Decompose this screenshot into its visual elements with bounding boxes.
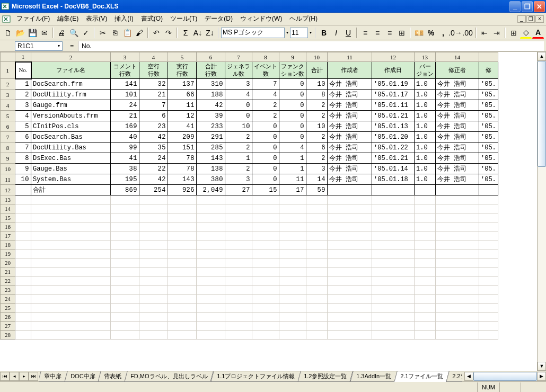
cell[interactable]: 78 xyxy=(168,153,197,164)
cell[interactable] xyxy=(436,304,479,313)
col-header[interactable]: 11 xyxy=(328,52,372,62)
sort-desc-button[interactable]: Z↓ xyxy=(204,27,216,39)
menu-item[interactable]: 挿入(I) xyxy=(111,13,137,24)
cell[interactable]: 2 xyxy=(15,90,31,100)
cell[interactable] xyxy=(197,213,225,222)
sheet-tab[interactable]: DOC中扉 xyxy=(64,371,101,382)
cell[interactable]: 35 xyxy=(139,142,168,153)
cell[interactable] xyxy=(31,313,111,322)
cell[interactable] xyxy=(328,250,372,259)
cell[interactable] xyxy=(436,259,479,268)
col-header[interactable]: 9 xyxy=(279,52,306,62)
cell[interactable] xyxy=(168,231,197,240)
cell[interactable]: 254 xyxy=(139,185,168,195)
row-header[interactable]: 5 xyxy=(1,111,15,121)
cell[interactable] xyxy=(252,313,279,322)
cell[interactable] xyxy=(111,313,139,322)
cell[interactable] xyxy=(372,322,415,331)
merge-button[interactable]: ⊞ xyxy=(396,27,408,39)
cell[interactable] xyxy=(328,213,372,222)
cell[interactable]: 233 xyxy=(197,121,225,132)
cell[interactable] xyxy=(479,250,498,259)
cell[interactable]: 1.0 xyxy=(415,142,436,153)
cell[interactable] xyxy=(306,313,328,322)
cell[interactable] xyxy=(279,259,306,268)
cell[interactable]: DocSearch.Bas xyxy=(31,132,111,142)
cell[interactable] xyxy=(306,277,328,286)
row-header[interactable]: 21 xyxy=(1,268,15,277)
cell[interactable] xyxy=(15,295,31,304)
cell[interactable]: 4 xyxy=(225,90,252,100)
chevron-down-icon[interactable]: ▾ xyxy=(58,43,60,48)
cell[interactable] xyxy=(168,286,197,295)
cell[interactable]: 17 xyxy=(279,185,306,195)
cell[interactable]: '05.01.14 xyxy=(372,164,415,174)
cell[interactable] xyxy=(372,277,415,286)
header-cell[interactable]: コメント行数 xyxy=(111,62,139,79)
scroll-down-button[interactable]: ▼ xyxy=(538,362,546,371)
tab-last-button[interactable]: ⏭ xyxy=(29,372,38,381)
row-header[interactable]: 20 xyxy=(1,259,15,268)
cell[interactable] xyxy=(139,277,168,286)
scroll-left-button[interactable]: ◀ xyxy=(464,372,473,381)
bold-button[interactable]: B xyxy=(318,27,330,39)
paste-button[interactable]: 📋 xyxy=(121,27,133,39)
comma-button[interactable]: , xyxy=(437,27,449,39)
cell[interactable] xyxy=(279,195,306,204)
cell[interactable] xyxy=(479,240,498,250)
cell[interactable]: 6 xyxy=(139,111,168,121)
cell[interactable]: 151 xyxy=(168,142,197,153)
cell[interactable]: 今井 浩司 xyxy=(436,79,479,90)
sheet-tab[interactable]: 1.1プロジェクトファイル情報 xyxy=(210,371,301,382)
cell[interactable] xyxy=(168,204,197,213)
col-header[interactable]: 3 xyxy=(111,52,139,62)
cell[interactable] xyxy=(15,313,31,322)
scrollbar-horizontal[interactable]: ◀ ▶ xyxy=(464,372,546,381)
cell[interactable]: 0 xyxy=(252,132,279,142)
cell[interactable]: '05. xyxy=(479,79,498,90)
currency-button[interactable]: 💴 xyxy=(413,27,425,39)
cell[interactable]: '05. xyxy=(479,153,498,164)
cell[interactable] xyxy=(111,304,139,313)
cell[interactable]: 1 xyxy=(15,79,31,90)
cell[interactable] xyxy=(372,313,415,322)
sheet-tab[interactable]: 章中扉 xyxy=(39,371,68,382)
indent-dec-button[interactable]: ⇤ xyxy=(479,27,490,39)
cell[interactable] xyxy=(15,331,31,340)
cell[interactable]: 869 xyxy=(111,185,139,195)
menu-item[interactable]: ヘルプ(H) xyxy=(286,13,321,24)
cell[interactable] xyxy=(225,295,252,304)
cell[interactable]: 2 xyxy=(252,100,279,111)
cell[interactable]: 今井 浩司 xyxy=(328,153,372,164)
cell[interactable]: 38 xyxy=(111,164,139,174)
cell[interactable] xyxy=(328,259,372,268)
cell[interactable]: 10 xyxy=(15,174,31,185)
cell[interactable] xyxy=(306,286,328,295)
cell[interactable]: 1.0 xyxy=(415,174,436,185)
cell[interactable]: 2 xyxy=(225,132,252,142)
cell[interactable] xyxy=(111,195,139,204)
cell[interactable] xyxy=(415,250,436,259)
cell[interactable]: '05. xyxy=(479,100,498,111)
cell[interactable]: '05.01.21 xyxy=(372,111,415,121)
cell[interactable]: 27 xyxy=(225,185,252,195)
cell[interactable] xyxy=(415,231,436,240)
cell[interactable] xyxy=(328,204,372,213)
cell[interactable]: '05.01.11 xyxy=(372,100,415,111)
cell[interactable]: 4 xyxy=(279,142,306,153)
cell[interactable] xyxy=(252,231,279,240)
cell[interactable] xyxy=(252,195,279,204)
col-header[interactable]: 12 xyxy=(372,52,415,62)
cell[interactable] xyxy=(279,304,306,313)
header-cell[interactable]: 修 xyxy=(479,62,498,79)
cell[interactable]: 0 xyxy=(225,111,252,121)
cell[interactable] xyxy=(111,240,139,250)
cell[interactable] xyxy=(168,222,197,231)
cell[interactable] xyxy=(279,331,306,340)
cell[interactable]: 10 xyxy=(306,121,328,132)
cell[interactable] xyxy=(415,322,436,331)
cell[interactable] xyxy=(111,322,139,331)
cell[interactable] xyxy=(197,277,225,286)
cell[interactable] xyxy=(197,268,225,277)
cell[interactable]: 今井 浩司 xyxy=(436,164,479,174)
